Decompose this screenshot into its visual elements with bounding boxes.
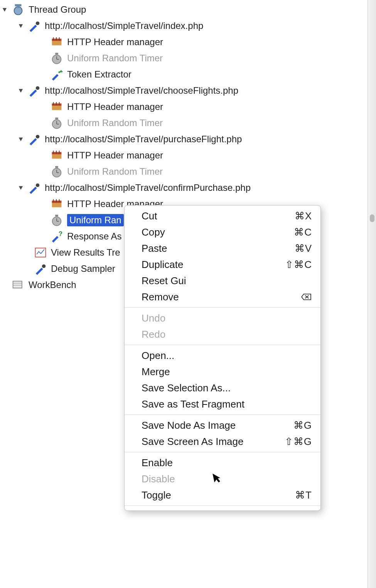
menu-remove[interactable]: Remove [125, 289, 320, 305]
tree-label: Thread Group [29, 4, 86, 15]
extractor-icon [49, 67, 64, 82]
menu-label: Save Screen As Image [142, 436, 243, 448]
menu-label: Remove [142, 291, 179, 303]
menu-label: Redo [142, 329, 165, 340]
header-manager-icon [49, 197, 64, 211]
svg-rect-47 [13, 281, 22, 288]
tree-label: Uniform Random Timer [67, 118, 163, 128]
menu-shortcut: ⌘G [293, 420, 312, 431]
menu-copy[interactable]: Copy ⌘C [125, 224, 320, 240]
menu-shortcut: ⌘T [295, 489, 312, 501]
svg-point-24 [36, 135, 39, 138]
menu-label: Reset Gui [142, 275, 186, 287]
menu-save-node-image[interactable]: Save Node As Image ⌘G [125, 417, 320, 433]
tree-node-header-manager[interactable]: HTTP Header manager [0, 99, 376, 115]
dropper-icon [33, 261, 48, 276]
tree-node-http-request[interactable]: ▼ http://localhost/SimpleTravel/purchase… [0, 131, 376, 147]
menu-separator [125, 414, 320, 415]
tree-label: Uniform Random Timer [67, 166, 163, 177]
svg-rect-21 [55, 118, 58, 120]
menu-save-screen-image[interactable]: Save Screen As Image ⇧⌘G [125, 433, 320, 450]
menu-label: Paste [142, 243, 167, 254]
menu-label: Merge [142, 366, 170, 378]
expand-toggle-icon[interactable]: ▼ [17, 87, 25, 94]
menu-cut[interactable]: Cut ⌘X [125, 208, 320, 224]
assertion-icon: ? [49, 229, 64, 244]
menu-duplicate[interactable]: Duplicate ⇧⌘C [125, 256, 320, 273]
menu-merge[interactable]: Merge [125, 364, 320, 380]
menu-label: Save Node As Image [142, 420, 236, 431]
timer-icon [49, 213, 64, 227]
tree-node-thread-group[interactable]: ▼ Thread Group [0, 2, 376, 18]
timer-icon [49, 164, 64, 179]
menu-shortcut: ⇧⌘C [285, 259, 312, 271]
expand-toggle-icon[interactable]: ▼ [17, 136, 25, 143]
expand-toggle-icon[interactable]: ▼ [17, 22, 25, 29]
tree-node-timer-disabled[interactable]: Uniform Random Timer [0, 163, 376, 180]
menu-separator [125, 505, 320, 506]
menu-label: Toggle [142, 489, 171, 501]
svg-text:?: ? [59, 230, 62, 238]
workbench-icon [11, 278, 25, 292]
tree-label: WorkBench [29, 280, 76, 290]
menu-toggle[interactable]: Toggle ⌘T [125, 487, 320, 503]
svg-point-14 [36, 86, 39, 90]
expand-toggle-icon[interactable]: ▼ [17, 184, 25, 191]
tree-node-http-request[interactable]: ▼ http://localhost/SimpleTravel/confirmP… [0, 180, 376, 196]
expand-toggle-icon[interactable]: ▼ [0, 6, 9, 13]
menu-reset-gui[interactable]: Reset Gui [125, 273, 320, 289]
tree-node-timer-disabled[interactable]: Uniform Random Timer [0, 50, 376, 66]
menu-shortcut: ⌘X [295, 210, 312, 222]
menu-paste[interactable]: Paste ⌘V [125, 240, 320, 256]
tree-node-http-request[interactable]: ▼ http://localhost/SimpleTravel/index.ph… [0, 18, 376, 34]
menu-save-fragment[interactable]: Save as Test Fragment [125, 396, 320, 412]
menu-separator [125, 452, 320, 452]
results-tree-icon [33, 245, 48, 260]
menu-label: Save Selection As... [142, 382, 231, 394]
menu-shortcut: ⌘V [295, 243, 312, 254]
menu-open[interactable]: Open... [125, 347, 320, 364]
svg-rect-41 [55, 215, 58, 217]
svg-point-34 [36, 184, 39, 187]
menu-enable[interactable]: Enable [125, 455, 320, 471]
menu-separator [125, 345, 320, 345]
svg-rect-10 [55, 53, 58, 55]
menu-label: Cut [142, 210, 157, 222]
tree-node-token-extractor[interactable]: Token Extractor [0, 66, 376, 83]
svg-point-3 [36, 22, 39, 25]
thread-group-icon [11, 2, 25, 17]
menu-label: Undo [142, 312, 165, 324]
header-manager-icon [49, 148, 64, 163]
tree-label: http://localhost/SimpleTravel/chooseFlig… [45, 85, 238, 96]
menu-shortcut: ⌘C [294, 226, 312, 238]
menu-disable: Disable [125, 471, 320, 487]
header-manager-icon [49, 35, 64, 49]
svg-point-46 [42, 265, 46, 268]
menu-shortcut: ⇧⌘G [285, 436, 312, 448]
tree-label: http://localhost/SimpleTravel/purchaseFl… [45, 134, 242, 145]
menu-save-selection[interactable]: Save Selection As... [125, 380, 320, 396]
context-menu: Cut ⌘X Copy ⌘C Paste ⌘V Duplicate ⇧⌘C Re… [124, 205, 321, 511]
tree-node-timer-disabled[interactable]: Uniform Random Timer [0, 115, 376, 131]
tree-label: Uniform Random Timer [67, 53, 163, 64]
menu-undo: Undo [125, 310, 320, 326]
menu-label: Save as Test Fragment [142, 398, 244, 410]
menu-label: Disable [142, 473, 175, 485]
tree-label: Response As [67, 231, 121, 242]
tree-label: HTTP Header manager [67, 150, 163, 161]
timer-icon [49, 51, 64, 66]
timer-icon [49, 116, 64, 130]
svg-rect-31 [55, 166, 58, 168]
tree-node-header-manager[interactable]: HTTP Header manager [0, 34, 376, 50]
tree-label: Token Extractor [67, 69, 132, 80]
dropper-icon [27, 132, 42, 147]
tree-label: HTTP Header manager [67, 101, 163, 112]
menu-label: Enable [142, 457, 173, 469]
menu-label: Open... [142, 350, 174, 362]
tree-label: HTTP Header manager [67, 37, 163, 47]
tree-node-http-request[interactable]: ▼ http://localhost/SimpleTravel/chooseFl… [0, 83, 376, 99]
tree-node-header-manager[interactable]: HTTP Header manager [0, 147, 376, 163]
tree-label: Debug Sampler [51, 263, 115, 274]
delete-icon [300, 293, 312, 301]
menu-redo: Redo [125, 326, 320, 342]
